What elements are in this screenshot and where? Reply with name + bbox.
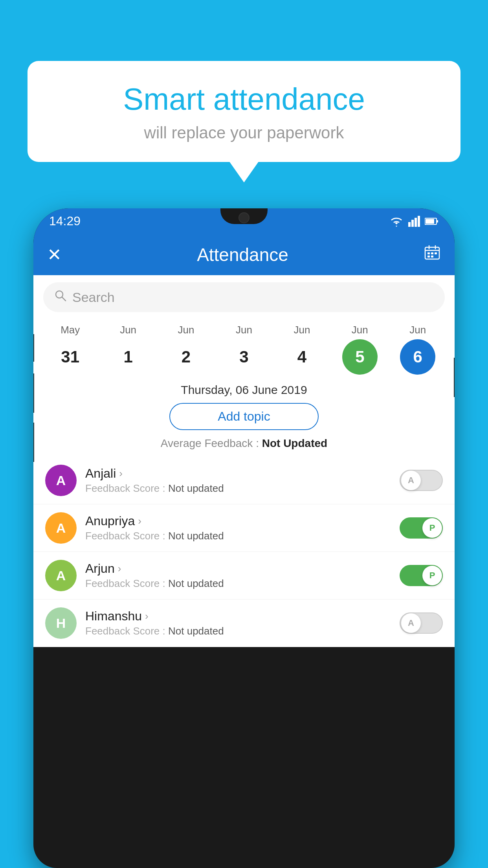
date-cell-2[interactable]: Jun2 [163,324,210,375]
avatar-1: A [45,512,77,544]
calendar-row: May31Jun1Jun2Jun3Jun4Jun5Jun6 [33,316,455,375]
student-item-2[interactable]: AArjun ›Feedback Score : Not updatedP [33,552,455,600]
student-info-3: Himanshu ›Feedback Score : Not updated [85,609,391,637]
date-day-6[interactable]: 6 [400,339,435,375]
date-day-4[interactable]: 4 [284,339,319,375]
svg-rect-2 [415,218,417,227]
date-day-1[interactable]: 1 [110,339,146,375]
date-day-3[interactable]: 3 [226,339,262,375]
student-name-2: Arjun › [85,561,391,576]
date-month-0: May [61,324,80,336]
search-input-placeholder: Search [72,290,115,305]
svg-rect-5 [426,219,434,224]
avg-feedback-value: Not Updated [262,437,327,449]
app-bar: ✕ Attendance [33,234,455,275]
phone-frame: 14:29 ✕ Attendance [33,208,455,868]
attendance-toggle-3[interactable]: A [400,612,443,634]
signal-icon [408,216,420,227]
student-list: AAnjali ›Feedback Score : Not updatedAAA… [33,457,455,647]
phone-screen: Search May31Jun1Jun2Jun3Jun4Jun5Jun6 Thu… [33,275,455,647]
student-name-3: Himanshu › [85,609,391,623]
svg-rect-1 [411,220,414,227]
toggle-knob-2: P [422,566,442,585]
avatar-3: H [45,607,77,639]
close-button[interactable]: ✕ [47,245,62,265]
svg-rect-3 [418,216,420,227]
chevron-icon-1: › [138,515,141,527]
student-info-2: Arjun ›Feedback Score : Not updated [85,561,391,590]
date-cell-3[interactable]: Jun3 [220,324,268,375]
volume-up-button [33,334,34,362]
student-info-1: Anupriya ›Feedback Score : Not updated [85,514,391,542]
avg-feedback-label: Average Feedback : [161,437,259,449]
search-bar[interactable]: Search [43,282,445,312]
date-cell-1[interactable]: Jun1 [105,324,152,375]
bubble-title: Smart attendance [51,83,437,116]
notch [220,208,268,224]
svg-rect-11 [427,252,430,254]
feedback-score-2: Feedback Score : Not updated [85,577,391,590]
svg-line-17 [62,297,66,301]
attendance-toggle-0[interactable]: A [400,470,443,491]
date-month-6: Jun [409,324,426,336]
status-bar: 14:29 [33,208,455,234]
search-icon [54,289,67,305]
attendance-toggle-2[interactable]: P [400,565,443,586]
app-bar-title: Attendance [73,244,412,265]
date-cell-4[interactable]: Jun4 [278,324,325,375]
average-feedback: Average Feedback : Not Updated [33,437,455,450]
toggle-knob-1: P [422,518,442,538]
date-cell-6[interactable]: Jun6 [394,324,441,375]
chevron-icon-3: › [145,610,149,622]
silent-button [33,423,34,462]
toggle-knob-0: A [401,471,421,490]
date-month-3: Jun [236,324,252,336]
date-day-2[interactable]: 2 [169,339,204,375]
battery-icon [425,217,439,225]
chevron-icon-2: › [118,563,121,575]
svg-rect-0 [408,222,411,227]
selected-date-label: Thursday, 06 June 2019 [33,383,455,397]
date-cell-0[interactable]: May31 [47,324,94,375]
chevron-icon-0: › [119,467,123,480]
student-item-1[interactable]: AAnupriya ›Feedback Score : Not updatedP [33,504,455,552]
volume-down-button [33,373,34,413]
status-icons [389,216,439,227]
student-name-1: Anupriya › [85,514,391,528]
svg-rect-12 [431,252,433,254]
feedback-score-1: Feedback Score : Not updated [85,530,391,542]
date-month-1: Jun [120,324,136,336]
date-month-2: Jun [178,324,194,336]
bubble-subtitle: will replace your paperwork [51,123,437,142]
calendar-button[interactable] [424,244,441,265]
avatar-0: A [45,465,77,496]
date-cell-5[interactable]: Jun5 [336,324,383,375]
power-button [454,358,455,397]
date-month-5: Jun [352,324,368,336]
student-item-0[interactable]: AAnjali ›Feedback Score : Not updatedA [33,457,455,504]
date-month-4: Jun [294,324,310,336]
add-topic-button[interactable]: Add topic [169,403,319,430]
avatar-2: A [45,560,77,591]
attendance-toggle-1[interactable]: P [400,517,443,539]
speech-bubble: Smart attendance will replace your paper… [28,61,460,162]
feedback-score-3: Feedback Score : Not updated [85,625,391,637]
wifi-icon [389,216,404,227]
date-day-0[interactable]: 31 [53,339,88,375]
student-item-3[interactable]: HHimanshu ›Feedback Score : Not updatedA [33,600,455,647]
svg-rect-6 [437,220,438,223]
front-camera [238,212,250,223]
feedback-score-0: Feedback Score : Not updated [85,482,391,495]
svg-rect-15 [431,256,433,257]
svg-rect-13 [435,252,437,254]
date-day-5[interactable]: 5 [342,339,378,375]
svg-rect-14 [427,256,430,257]
student-info-0: Anjali ›Feedback Score : Not updated [85,466,391,495]
status-time: 14:29 [49,214,81,228]
student-name-0: Anjali › [85,466,391,481]
toggle-knob-3: A [401,613,421,633]
